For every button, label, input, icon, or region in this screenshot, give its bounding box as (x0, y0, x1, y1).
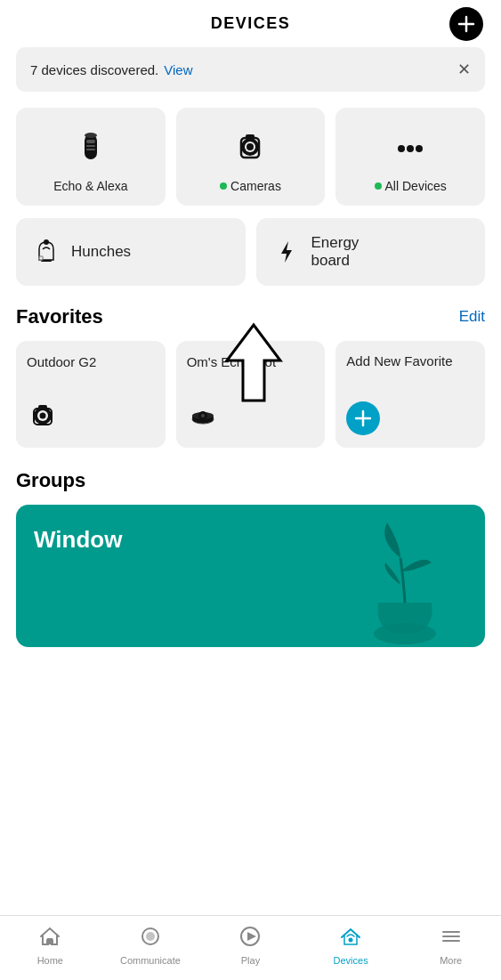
nav-play[interactable]: Play (200, 925, 301, 966)
home-icon (38, 925, 61, 952)
cameras-status-dot (220, 182, 227, 190)
nav-home[interactable]: Home (0, 925, 101, 966)
favorite-oms-echo-dot[interactable]: Om's Echo Dot (176, 341, 326, 448)
svg-point-11 (407, 145, 414, 152)
echo-dot-icon (187, 400, 219, 432)
favorite-outdoor-g2[interactable]: Outdoor G2 (16, 341, 166, 448)
svg-point-12 (416, 145, 423, 152)
svg-rect-1 (86, 140, 95, 143)
all-devices-status-dot (375, 182, 382, 190)
category-energy-dashboard[interactable]: Energyboard (256, 218, 486, 286)
category-hunches[interactable]: Hunches (16, 218, 246, 286)
svg-rect-2 (86, 145, 95, 147)
nav-more-label: More (440, 955, 462, 966)
add-device-button[interactable] (449, 7, 483, 41)
discovery-view-link[interactable]: View (164, 62, 192, 77)
favorites-grid: Outdoor G2 Om's Echo Dot (16, 341, 485, 448)
favorites-section-header: Favorites Edit (16, 305, 485, 328)
group-plant-decoration (334, 514, 476, 647)
echo-dot-icon-wrap (187, 400, 315, 435)
group-window-card[interactable]: Window (16, 505, 485, 647)
group-window-name: Window (34, 526, 122, 553)
camera-icon (229, 127, 271, 170)
hunches-label: Hunches (71, 243, 131, 261)
svg-point-33 (146, 932, 155, 941)
echo-alexa-label: Echo & Alexa (53, 179, 127, 193)
category-all-devices[interactable]: All Devices (335, 108, 485, 206)
nav-devices-label: Devices (334, 955, 368, 966)
cameras-label: Cameras (220, 179, 281, 193)
discovery-text: 7 devices discovered. (30, 62, 158, 77)
devices-icon (339, 925, 362, 952)
play-icon (238, 925, 262, 952)
energy-icon (272, 238, 301, 266)
svg-point-13 (44, 239, 49, 245)
favorite-oms-echo-dot-name: Om's Echo Dot (187, 353, 315, 371)
echo-alexa-icon (69, 127, 112, 170)
svg-point-28 (201, 414, 205, 417)
all-devices-icon (389, 127, 432, 170)
favorite-outdoor-g2-name: Outdoor G2 (27, 353, 155, 371)
category-grid: Echo & Alexa Cameras (16, 108, 485, 206)
bottom-nav: Home Communicate Play (0, 915, 501, 980)
all-devices-label: All Devices (375, 179, 447, 193)
discovery-close-button[interactable]: ✕ (448, 60, 471, 79)
nav-communicate[interactable]: Communicate (101, 925, 201, 966)
favorites-title: Favorites (16, 305, 103, 328)
groups-section-header: Groups (16, 469, 485, 492)
groups-title: Groups (16, 469, 85, 491)
svg-point-16 (40, 256, 43, 259)
outdoor-camera-icon (27, 400, 59, 432)
svg-point-20 (40, 413, 46, 419)
more-icon (440, 925, 463, 952)
page-header: DEVICES (0, 0, 501, 47)
svg-rect-31 (46, 939, 53, 944)
communicate-icon (139, 925, 162, 952)
nav-more[interactable]: More (400, 925, 501, 966)
svg-point-10 (398, 145, 405, 152)
add-new-favorite-label: Add New Favorite (346, 353, 474, 369)
svg-marker-35 (247, 932, 256, 941)
nav-devices[interactable]: Devices (301, 925, 401, 966)
page-title: DEVICES (211, 14, 291, 33)
energy-dashboard-label: Energyboard (311, 234, 360, 270)
nav-home-label: Home (37, 955, 63, 966)
category-cameras[interactable]: Cameras (176, 108, 326, 206)
add-favorite-plus-button[interactable] (346, 401, 380, 435)
hunches-icon (32, 235, 61, 270)
favorites-edit-button[interactable]: Edit (459, 308, 485, 326)
category-grid2: Hunches Energyboard (16, 218, 485, 286)
svg-point-7 (246, 143, 254, 150)
outdoor-g2-icon-wrap (27, 400, 155, 435)
svg-rect-9 (246, 134, 255, 140)
svg-rect-3 (86, 149, 95, 150)
nav-communicate-label: Communicate (120, 955, 181, 966)
svg-point-4 (85, 133, 97, 138)
nav-play-label: Play (241, 955, 260, 966)
svg-point-36 (349, 938, 353, 943)
discovery-banner: 7 devices discovered. View ✕ (16, 47, 485, 92)
add-new-favorite-card[interactable]: Add New Favorite (335, 341, 485, 448)
category-echo-alexa[interactable]: Echo & Alexa (16, 108, 166, 206)
svg-marker-17 (281, 241, 292, 263)
svg-rect-22 (38, 405, 47, 410)
